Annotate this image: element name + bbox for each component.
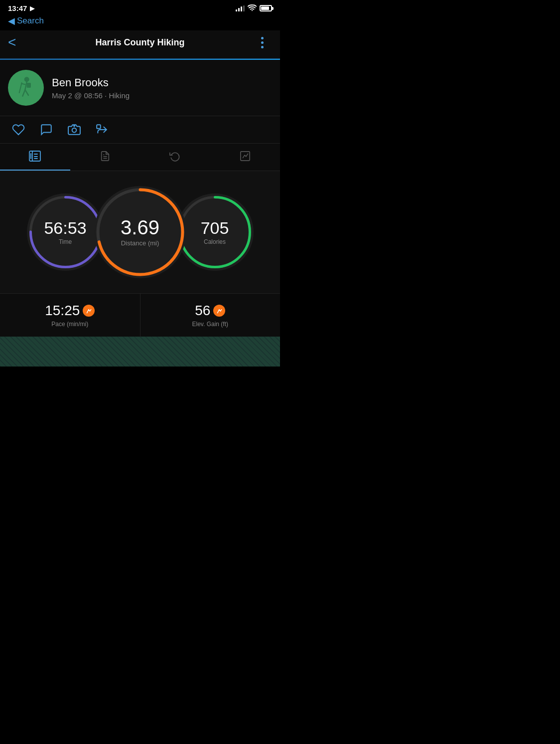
svg-point-1	[24, 77, 29, 82]
signal-icon	[236, 5, 245, 11]
header: < Harris County Hiking	[0, 30, 280, 59]
user-name: Ben Brooks	[52, 76, 130, 89]
camera-plus-icon	[68, 123, 81, 136]
elev-label: Elev. Gain (ft)	[192, 321, 228, 328]
svg-rect-7	[27, 83, 31, 88]
page-title: Harris County Hiking	[28, 37, 252, 48]
menu-dot	[261, 41, 264, 44]
pace-label: Pace (min/mi)	[51, 321, 88, 328]
svg-line-2	[25, 82, 26, 90]
more-options-button[interactable]	[252, 37, 272, 48]
elev-value-row: 56	[195, 303, 225, 319]
map-preview	[0, 337, 280, 367]
distance-circle: 3.69 Distance (mi)	[104, 186, 176, 278]
tab-bar	[0, 144, 280, 171]
calories-circle: 705 Calories	[176, 193, 254, 271]
pace-value: 15:25	[45, 303, 80, 319]
location-arrow-icon: ▶	[30, 5, 34, 12]
svg-point-8	[72, 128, 77, 133]
pace-value-row: 15:25	[45, 303, 95, 319]
details-tab-icon	[100, 151, 111, 164]
avatar	[8, 70, 44, 106]
pace-strava-badge	[83, 305, 95, 317]
bottom-stats: 15:25 Pace (min/mi) 56 Elev. Gain (ft)	[0, 293, 280, 337]
wifi-icon	[248, 4, 257, 12]
elev-strava-badge	[213, 305, 225, 317]
action-bar	[0, 116, 280, 144]
menu-dot	[261, 37, 264, 39]
map-background	[0, 337, 280, 367]
tab-details[interactable]	[70, 144, 140, 171]
tab-chart[interactable]	[210, 144, 280, 171]
add-photo-button[interactable]	[68, 123, 81, 136]
back-button[interactable]: <	[8, 34, 28, 50]
back-chevron-icon: ◀	[8, 15, 15, 26]
user-meta: May 2 @ 08:56 · Hiking	[52, 91, 130, 100]
calories-ring	[176, 193, 254, 271]
svg-line-3	[19, 83, 22, 93]
like-button[interactable]	[12, 123, 25, 136]
svg-rect-11	[97, 125, 101, 129]
battery-icon	[260, 5, 272, 11]
status-time: 13:47 ▶	[8, 4, 34, 12]
status-bar: 13:47 ▶	[0, 0, 280, 14]
status-indicators	[236, 4, 272, 12]
tab-overview[interactable]	[0, 144, 70, 171]
user-info: Ben Brooks May 2 @ 08:56 · Hiking	[52, 76, 130, 100]
svg-line-6	[25, 90, 28, 95]
overview-tab-icon	[29, 151, 41, 164]
chart-tab-icon	[239, 151, 251, 164]
heart-icon	[12, 123, 25, 136]
comment-icon	[40, 123, 53, 136]
stats-section: 56:53 Time 3.69 Distance (mi) 705 Calori…	[0, 171, 280, 293]
tab-laps[interactable]	[140, 144, 210, 171]
svg-point-0	[252, 10, 253, 11]
time-ring	[27, 193, 104, 271]
pace-stat: 15:25 Pace (min/mi)	[0, 294, 140, 337]
svg-line-5	[22, 90, 25, 96]
svg-line-4	[22, 84, 25, 85]
back-nav: ◀ Search	[0, 14, 280, 30]
time-circle: 56:53 Time	[27, 193, 104, 271]
elev-value: 56	[195, 303, 210, 319]
comment-button[interactable]	[40, 123, 53, 136]
menu-dot	[261, 46, 264, 48]
elev-gain-stat: 56 Elev. Gain (ft)	[140, 294, 280, 337]
laps-tab-icon	[169, 151, 181, 164]
share-button[interactable]	[96, 123, 109, 136]
svg-rect-14	[30, 153, 31, 159]
back-nav-label[interactable]: Search	[17, 16, 44, 26]
user-section: Ben Brooks May 2 @ 08:56 · Hiking	[0, 60, 280, 116]
share-icon	[96, 123, 109, 136]
distance-ring	[94, 186, 186, 278]
